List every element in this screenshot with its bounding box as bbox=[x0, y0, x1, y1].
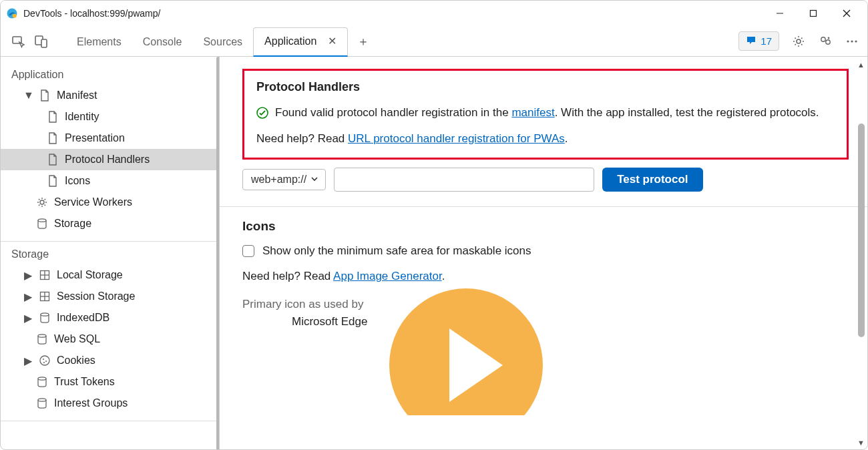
tab-label: Console bbox=[143, 36, 182, 47]
svg-point-26 bbox=[40, 356, 49, 365]
svg-point-9 bbox=[797, 39, 801, 43]
window-controls bbox=[773, 6, 854, 21]
more-icon[interactable] bbox=[845, 34, 859, 49]
help-pre: Need help? Read bbox=[256, 132, 348, 145]
status-text: Found valid protocol handler registratio… bbox=[275, 103, 819, 123]
minimize-button[interactable] bbox=[773, 6, 787, 21]
svg-point-28 bbox=[45, 361, 47, 362]
sidebar-item-session-storage[interactable]: ▶ Session Storage bbox=[1, 286, 219, 307]
tab-application[interactable]: Application ✕ bbox=[253, 27, 348, 57]
svg-point-10 bbox=[821, 37, 825, 41]
edge-devtools-icon bbox=[6, 7, 18, 19]
protocol-handlers-heading: Protocol Handlers bbox=[256, 80, 835, 94]
tree-label: Icons bbox=[65, 175, 90, 187]
tab-label: Sources bbox=[203, 36, 242, 47]
expand-icon[interactable]: ▶ bbox=[23, 312, 33, 324]
expand-icon[interactable]: ▶ bbox=[23, 269, 33, 282]
svg-point-13 bbox=[847, 40, 849, 42]
protocol-url-input[interactable] bbox=[334, 168, 594, 192]
svg-point-25 bbox=[38, 334, 46, 337]
tree-label: Web SQL bbox=[54, 333, 100, 345]
svg-point-17 bbox=[38, 219, 46, 222]
settings-icon[interactable] bbox=[791, 34, 806, 49]
test-protocol-row: web+amp:// Test protocol bbox=[242, 168, 849, 192]
chevron-down-icon bbox=[310, 174, 318, 186]
close-button[interactable] bbox=[839, 6, 854, 21]
primary-icon-label: Primary icon as used by bbox=[242, 298, 849, 311]
scrollbar-thumb[interactable] bbox=[858, 124, 865, 337]
sidebar-item-storage[interactable]: Storage bbox=[1, 213, 219, 234]
tree-label: Trust Tokens bbox=[54, 376, 115, 388]
svg-rect-8 bbox=[41, 39, 47, 47]
help-link[interactable]: URL protocol handler registration for PW… bbox=[348, 132, 565, 145]
tree-label: Service Workers bbox=[54, 196, 132, 208]
tree-label: Presentation bbox=[65, 132, 125, 144]
application-sidebar: Application ▼ Manifest Identity Presenta… bbox=[1, 57, 220, 450]
help-dot: . bbox=[442, 270, 445, 282]
svg-point-27 bbox=[43, 359, 44, 360]
sidebar-item-indexeddb[interactable]: ▶ IndexedDB bbox=[1, 307, 219, 328]
inspect-element-icon[interactable] bbox=[9, 31, 29, 51]
maskable-checkbox-row: Show only the minimum safe area for mask… bbox=[242, 244, 849, 258]
sidebar-item-local-storage[interactable]: ▶ Local Storage bbox=[1, 264, 219, 286]
sidebar-item-interest-groups[interactable]: Interest Groups bbox=[1, 393, 219, 414]
tab-console[interactable]: Console bbox=[132, 29, 193, 56]
app-primary-icon bbox=[389, 288, 543, 415]
status-pre: Found valid protocol handler registratio… bbox=[275, 106, 511, 119]
sidebar-item-web-sql[interactable]: Web SQL bbox=[1, 328, 219, 350]
tree-label: Storage bbox=[54, 218, 91, 230]
tree-label: IndexedDB bbox=[57, 312, 110, 324]
expand-icon[interactable]: ▶ bbox=[23, 290, 33, 303]
image-generator-link[interactable]: App Image Generator bbox=[333, 270, 442, 282]
issues-count: 17 bbox=[761, 35, 772, 47]
help-text: Need help? Read URL protocol handler reg… bbox=[256, 132, 835, 146]
grid-icon bbox=[38, 268, 51, 282]
sidebar-item-presentation[interactable]: Presentation bbox=[1, 128, 219, 149]
database-icon bbox=[35, 375, 49, 389]
maximize-button[interactable] bbox=[806, 6, 821, 21]
tab-sources[interactable]: Sources bbox=[192, 29, 253, 56]
window-title: DevTools - localhost:999/pwamp/ bbox=[23, 8, 160, 19]
tree-label: Cookies bbox=[57, 355, 95, 367]
tree-label: Session Storage bbox=[57, 290, 135, 302]
svg-rect-3 bbox=[811, 11, 817, 17]
issues-badge[interactable]: 17 bbox=[738, 31, 779, 51]
device-toggle-icon[interactable] bbox=[31, 31, 51, 51]
expand-icon[interactable]: ▶ bbox=[23, 355, 33, 367]
activity-icon[interactable] bbox=[818, 34, 833, 49]
help-dot: . bbox=[565, 132, 568, 145]
svg-point-14 bbox=[851, 40, 853, 42]
sidebar-item-cookies[interactable]: ▶ Cookies bbox=[1, 350, 219, 371]
svg-point-30 bbox=[38, 377, 46, 380]
scroll-up-arrow-icon[interactable]: ▲ bbox=[857, 61, 865, 69]
tree-label: Interest Groups bbox=[54, 397, 128, 409]
titlebar: DevTools - localhost:999/pwamp/ bbox=[1, 1, 867, 26]
test-protocol-button[interactable]: Test protocol bbox=[602, 168, 702, 192]
sidebar-item-service-workers[interactable]: Service Workers bbox=[1, 192, 219, 213]
sidebar-item-trust-tokens[interactable]: Trust Tokens bbox=[1, 371, 219, 393]
scroll-down-arrow-icon[interactable]: ▼ bbox=[857, 439, 865, 447]
expand-icon[interactable]: ▼ bbox=[23, 89, 33, 101]
sidebar-item-manifest[interactable]: ▼ Manifest bbox=[1, 85, 219, 106]
maskable-checkbox[interactable] bbox=[242, 245, 254, 257]
sidebar-item-icons[interactable]: Icons bbox=[1, 170, 219, 192]
checkbox-label: Show only the minimum safe area for mask… bbox=[262, 244, 531, 258]
status-post: . With the app installed, test the regis… bbox=[555, 106, 819, 119]
sidebar-item-identity[interactable]: Identity bbox=[1, 106, 219, 128]
tab-label: Application bbox=[264, 35, 316, 47]
svg-point-1 bbox=[13, 14, 17, 18]
protocol-handlers-panel: Protocol Handlers Found valid protocol h… bbox=[242, 69, 849, 160]
sidebar-section-application: Application bbox=[1, 62, 219, 85]
database-icon bbox=[35, 217, 49, 230]
svg-point-29 bbox=[43, 362, 45, 363]
tab-close-icon[interactable]: ✕ bbox=[328, 35, 337, 47]
manifest-link[interactable]: manifest bbox=[511, 106, 554, 119]
svg-point-31 bbox=[38, 399, 46, 401]
tab-elements[interactable]: Elements bbox=[66, 29, 132, 56]
add-tab-button[interactable]: ＋ bbox=[348, 27, 379, 56]
gear-icon bbox=[35, 196, 49, 209]
document-icon bbox=[46, 110, 59, 124]
sidebar-item-protocol-handlers[interactable]: Protocol Handlers bbox=[1, 149, 219, 170]
protocol-select[interactable]: web+amp:// bbox=[242, 169, 326, 190]
check-circle-icon bbox=[256, 106, 268, 126]
